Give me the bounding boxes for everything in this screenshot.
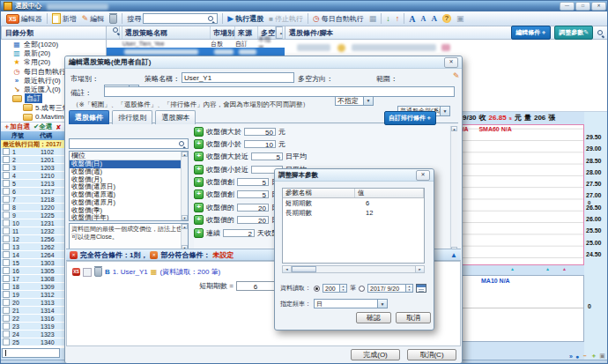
done-button[interactable]: 完成(O) — [351, 349, 400, 360]
dot-icon[interactable]: ● — [575, 353, 579, 360]
description-scrollbar[interactable]: ▲▼ — [181, 224, 188, 250]
adjust-params-button[interactable]: 調整參數✎ — [554, 26, 593, 40]
select-all-button[interactable]: ✔全選 — [33, 123, 52, 131]
export-button[interactable]: ↑ — [396, 14, 400, 23]
daily-auto-run-button[interactable]: ◷每日自動執行 — [313, 14, 364, 24]
add-condition-icon[interactable] — [194, 177, 204, 187]
row-checkbox[interactable] — [3, 212, 10, 219]
trash-icon[interactable] — [94, 267, 102, 277]
row-checkbox[interactable] — [3, 283, 10, 290]
edit-conditions-button[interactable]: 編輯條件＋ — [511, 26, 551, 40]
scroll-right-arrow[interactable]: ► — [415, 266, 424, 272]
row-checkbox[interactable] — [3, 156, 10, 163]
row-checkbox[interactable] — [3, 243, 10, 250]
frequency-select[interactable]: 日▼ — [314, 299, 388, 308]
search-input[interactable] — [143, 13, 218, 24]
condition-value-input[interactable]: 2 — [223, 229, 255, 237]
scroll-up-arrow[interactable]: ▲ — [451, 126, 457, 131]
row-checkbox[interactable] — [3, 227, 10, 234]
add-to-watchlist-button[interactable]: ＋加自選 — [4, 123, 30, 131]
memo-input[interactable] — [104, 86, 455, 97]
calendar-icon[interactable] — [416, 284, 426, 293]
col-market[interactable]: 市場別 — [211, 26, 235, 39]
scroll-left-arrow[interactable]: ◄ — [283, 266, 292, 272]
col-source[interactable]: 來源 — [235, 26, 258, 39]
delete-button[interactable] — [109, 14, 117, 24]
collapse-arrow-icon[interactable]: ▲ — [450, 251, 457, 259]
row-checkbox[interactable] — [3, 148, 10, 155]
scroll-up-arrow[interactable]: ▲ — [276, 26, 283, 39]
row-checkbox[interactable] — [3, 172, 10, 179]
import-button[interactable]: ↓ — [386, 14, 390, 23]
row-checkbox[interactable] — [3, 259, 10, 266]
condition-value-input[interactable]: 5 — [251, 152, 283, 160]
short-period-input[interactable]: 6 — [236, 281, 275, 291]
font-smaller-button[interactable]: A — [421, 15, 426, 23]
add-condition-icon[interactable] — [194, 189, 204, 199]
row-checkbox[interactable] — [3, 299, 10, 306]
script-checkbox[interactable] — [83, 268, 92, 277]
condition-value-input[interactable]: 20 — [237, 216, 269, 224]
new-button[interactable]: 新增 — [52, 13, 77, 24]
row-checkbox[interactable] — [3, 275, 10, 282]
row-checkbox[interactable] — [3, 204, 10, 211]
font-reset-button[interactable]: A — [431, 14, 437, 23]
condition-value-input[interactable]: 50 — [244, 128, 276, 136]
maximize-button[interactable]: □ — [575, 2, 590, 11]
row-checkbox[interactable] — [3, 267, 10, 274]
strategy-name-input[interactable]: User_Y1 — [182, 72, 294, 83]
xs-editor-button[interactable]: XS編輯器 — [6, 14, 42, 24]
read-date-spinner[interactable]: 2017/ 9/20▲▼ — [367, 284, 413, 293]
add-condition-icon[interactable] — [194, 165, 204, 175]
next-icon[interactable]: » — [569, 353, 573, 360]
cancel-button[interactable]: 取消 — [396, 312, 431, 323]
font-larger-button[interactable]: A — [409, 14, 415, 24]
dialog-close-button[interactable]: ✕ — [444, 57, 458, 68]
custom-rank-button[interactable]: 自訂排行條件＋ — [384, 111, 436, 125]
tree-item[interactable]: 全部(1020) — [1, 40, 107, 48]
spinner-arrows[interactable]: ▲▼ — [339, 285, 346, 292]
schedule-button[interactable]: ▦ — [369, 14, 377, 23]
add-condition-icon[interactable] — [194, 228, 204, 238]
add-condition-icon[interactable] — [194, 127, 204, 137]
condition-value-input[interactable]: 20 — [237, 204, 269, 212]
dialog-close-button[interactable]: ✕ — [416, 170, 430, 181]
help-button[interactable]: ? — [442, 14, 451, 23]
read-count-spinner[interactable]: 200▲▼ — [323, 284, 347, 293]
param-row[interactable]: 短期期數 6 — [283, 198, 424, 208]
grid-view-icon[interactable]: ▣ — [599, 353, 605, 360]
add-condition-icon[interactable] — [194, 139, 204, 149]
edit-scope-icon[interactable]: ✎ — [453, 72, 460, 80]
row-checkbox[interactable] — [3, 331, 10, 338]
add-condition-icon[interactable] — [194, 203, 204, 212]
confirm-button[interactable]: 確認 — [356, 312, 391, 323]
row-checkbox[interactable] — [3, 251, 10, 258]
close-button[interactable]: ✕ — [591, 2, 606, 11]
col-strategy-name[interactable]: 選股策略名稱 — [122, 26, 211, 39]
row-checkbox[interactable] — [3, 180, 10, 187]
scroll-up-arrow[interactable]: ▲ — [182, 152, 188, 157]
scroll-down-arrow[interactable]: ▼ — [182, 215, 188, 220]
field-search-input[interactable] — [69, 138, 189, 149]
row-checkbox[interactable] — [3, 307, 10, 314]
minimize-button[interactable]: — — [560, 2, 575, 11]
row-checkbox[interactable] — [3, 323, 10, 330]
xs-script-icon[interactable]: XS — [72, 268, 80, 276]
field-list-scrollbar[interactable]: ▲▼ — [181, 152, 188, 220]
read-count-radio[interactable] — [314, 286, 320, 292]
param-row[interactable]: 長期期數 12 — [283, 208, 424, 218]
run-screen-button[interactable]: ▶執行選股 — [227, 14, 263, 24]
zoom-icon[interactable] — [597, 29, 604, 37]
strategy-row[interactable]: User_Tien_Yee 台股 自訂 不指定 — [107, 40, 285, 48]
row-checkbox[interactable] — [3, 315, 10, 322]
stop-run-button[interactable]: ■停止執行 — [269, 14, 303, 24]
params-hscrollbar[interactable]: ◄ ► — [282, 265, 425, 273]
table-icon[interactable]: ▦ — [151, 268, 158, 276]
row-checkbox[interactable] — [3, 188, 10, 195]
condition-value-input[interactable]: 10 — [244, 140, 276, 148]
row-checkbox[interactable] — [3, 338, 10, 345]
add-condition-icon[interactable] — [194, 215, 204, 225]
edit-button[interactable]: ✎編輯 — [82, 14, 105, 24]
read-date-radio[interactable] — [359, 286, 365, 292]
row-checkbox[interactable] — [3, 196, 10, 203]
